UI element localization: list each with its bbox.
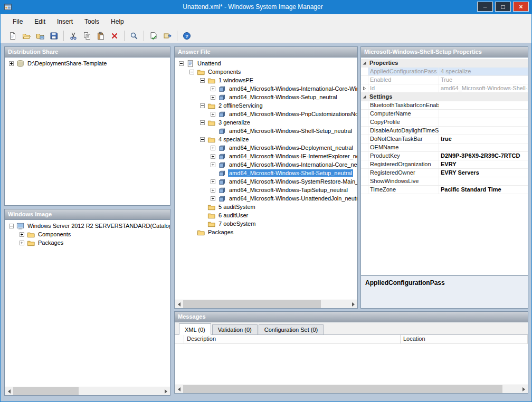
paste-button[interactable] — [94, 30, 107, 42]
property-row[interactable]: TimeZonePacific Standard Time — [361, 186, 528, 194]
expand-icon[interactable] — [211, 95, 215, 100]
scroll-right-button[interactable] — [162, 387, 170, 395]
collapse-icon[interactable] — [200, 78, 205, 83]
scroll-track[interactable] — [183, 300, 349, 308]
close-button[interactable]: × — [513, 2, 529, 12]
property-category[interactable]: Settings — [361, 93, 528, 101]
answer-file-tree-item[interactable]: 6 auditUser — [175, 211, 357, 219]
answer-file-tree-item[interactable]: amd64_Microsoft-Windows-IE-InternetExplo… — [175, 152, 357, 160]
answer-file-tree-item[interactable]: 5 auditSystem — [175, 203, 357, 211]
property-row[interactable]: CopyProfile — [361, 118, 528, 127]
expand-icon[interactable] — [211, 196, 215, 201]
property-value[interactable] — [439, 127, 528, 135]
create-configuration-set-button[interactable] — [161, 30, 174, 42]
answer-file-tree-item[interactable]: Components — [175, 68, 357, 76]
property-row[interactable]: OEMName — [361, 143, 528, 152]
scroll-right-button[interactable] — [349, 300, 357, 308]
copy-button[interactable] — [81, 30, 93, 42]
scroll-left-button[interactable] — [5, 387, 13, 395]
property-category[interactable]: Properties — [361, 59, 528, 68]
delete-button[interactable] — [108, 30, 121, 42]
collapse-icon[interactable] — [189, 70, 194, 74]
answer-file-tree-item[interactable]: amd64_Microsoft-Windows-International-Co… — [175, 84, 357, 93]
tab-xml-0[interactable]: XML (0) — [179, 323, 211, 335]
scroll-thumb[interactable] — [183, 300, 321, 308]
property-row[interactable]: ComputerName — [361, 110, 528, 118]
expand-icon[interactable] — [211, 162, 215, 167]
scroll-track[interactable] — [13, 387, 162, 395]
property-value[interactable] — [439, 118, 528, 126]
expand-icon[interactable] — [211, 188, 215, 193]
property-value[interactable]: True — [439, 76, 528, 84]
answer-file-tree-item[interactable]: amd64_Microsoft-Windows-SystemRestore-Ma… — [175, 177, 357, 186]
windows-image-tree-item[interactable]: Packages — [5, 238, 170, 247]
property-row[interactable]: BluetoothTaskbarIconEnabled — [361, 101, 528, 110]
answer-file-tree-item[interactable]: Unattend — [175, 59, 357, 68]
property-value[interactable] — [439, 177, 528, 185]
column-header-location[interactable]: Location — [401, 335, 528, 343]
answer-file-tree-item[interactable]: amd64_Microsoft-Windows-Shell-Setup_neut… — [175, 127, 357, 135]
property-row[interactable]: AppliedConfigurationPass4 specialize — [361, 68, 528, 76]
property-row[interactable]: RegisteredOrganizationEVRY — [361, 160, 528, 169]
property-value[interactable]: amd64_Microsoft-Windows-Shell-Setup_neut… — [439, 84, 528, 92]
property-row[interactable]: RegisteredOwnerEVRY Servers — [361, 169, 528, 177]
expand-icon[interactable] — [211, 179, 215, 184]
answer-file-tree-item[interactable]: 1 windowsPE — [175, 76, 357, 84]
menu-item-tools[interactable]: Tools — [79, 15, 105, 28]
property-row[interactable]: DoNotCleanTaskBartrue — [361, 135, 528, 143]
property-row[interactable]: ProductKeyD2N9P-3P6X9-2R39C-7RTCD — [361, 152, 528, 160]
minimize-button[interactable]: – — [477, 2, 493, 12]
maximize-button[interactable]: □ — [495, 2, 511, 12]
collapse-icon[interactable] — [200, 103, 205, 108]
expand-icon[interactable] — [20, 241, 24, 245]
answer-file-tree-item[interactable]: 2 offlineServicing — [175, 101, 357, 110]
property-row[interactable]: Idamd64_Microsoft-Windows-Shell-Setup_ne… — [361, 84, 528, 93]
property-value[interactable]: true — [439, 135, 528, 143]
scroll-thumb[interactable] — [13, 387, 79, 395]
expand-icon[interactable] — [211, 87, 215, 91]
property-value[interactable] — [439, 143, 528, 151]
scroll-track[interactable] — [183, 385, 519, 393]
open-windows-image-button[interactable] — [34, 30, 46, 42]
collapse-icon[interactable] — [200, 120, 205, 125]
expand-icon[interactable] — [9, 61, 14, 66]
category-expanded-icon[interactable] — [361, 59, 368, 67]
expand-icon[interactable] — [20, 232, 24, 237]
title-bar[interactable]: Unattend.xml* - Windows System Image Man… — [0, 0, 532, 14]
menu-item-insert[interactable]: Insert — [51, 15, 79, 28]
property-expand-icon[interactable] — [361, 84, 368, 92]
scroll-left-button[interactable] — [175, 385, 183, 393]
property-value[interactable]: D2N9P-3P6X9-2R39C-7RTCD — [439, 152, 528, 160]
answer-file-tree-item[interactable]: amd64_Microsoft-Windows-Deployment_neutr… — [175, 143, 357, 152]
answer-file-tree-item[interactable]: amd64_Microsoft-Windows-TapiSetup_neutra… — [175, 186, 357, 194]
collapse-icon[interactable] — [9, 224, 14, 228]
answer-file-tree-item[interactable]: amd64_Microsoft-Windows-UnattendedJoin_n… — [175, 194, 357, 203]
validate-answer-file-button[interactable] — [147, 30, 160, 42]
distribution-share-tree-item[interactable]: D:\DeploymentShare-Template — [5, 59, 170, 68]
property-value[interactable]: EVRY — [439, 160, 528, 168]
tab-validation-0[interactable]: Validation (0) — [212, 324, 258, 334]
collapse-icon[interactable] — [200, 137, 205, 142]
help-button[interactable]: ? — [180, 30, 193, 42]
answer-file-tree-item[interactable]: 4 specialize — [175, 135, 357, 143]
save-answer-file-button[interactable] — [48, 30, 60, 42]
answer-file-tree-item[interactable]: amd64_Microsoft-Windows-Setup_neutral — [175, 93, 357, 101]
windows-image-hscrollbar[interactable] — [5, 387, 170, 395]
windows-image-tree-item[interactable]: Components — [5, 230, 170, 238]
property-value[interactable] — [439, 110, 528, 118]
scroll-left-button[interactable] — [175, 300, 183, 308]
answer-file-tree-item[interactable]: amd64_Microsoft-Windows-PnpCustomization… — [175, 110, 357, 118]
collapse-icon[interactable] — [179, 61, 184, 66]
property-row[interactable]: DisableAutoDaylightTimeSet — [361, 127, 528, 135]
expand-icon[interactable] — [211, 112, 215, 117]
new-answer-file-button[interactable] — [6, 30, 19, 42]
windows-image-tree-item[interactable]: Windows Server 2012 R2 SERVERSTANDARD(Ca… — [5, 222, 170, 230]
property-row[interactable]: ShowWindowsLive — [361, 177, 528, 186]
answer-file-tree-item[interactable]: 7 oobeSystem — [175, 219, 357, 228]
property-value[interactable]: 4 specialize — [439, 68, 528, 75]
property-value[interactable]: Pacific Standard Time — [439, 186, 528, 194]
answer-file-tree-item[interactable]: Packages — [175, 228, 357, 236]
property-value[interactable]: EVRY Servers — [439, 169, 528, 177]
menu-item-file[interactable]: File — [7, 15, 28, 28]
expand-icon[interactable] — [211, 146, 215, 150]
